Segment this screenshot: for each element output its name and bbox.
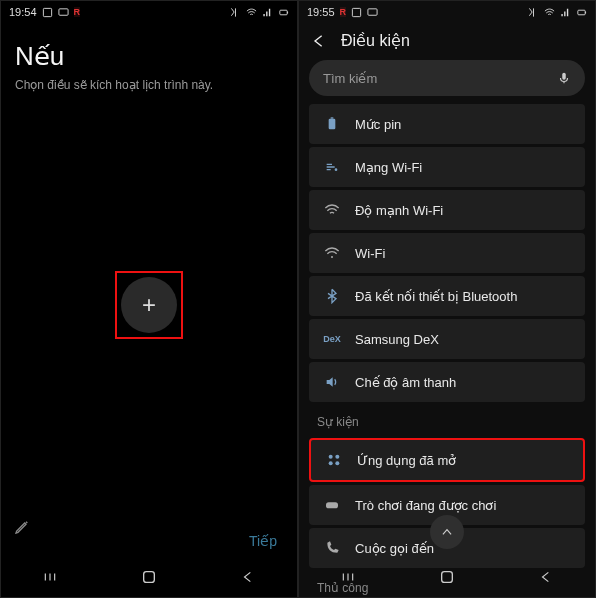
item-wifi-strength[interactable]: Độ mạnh Wi-Fi (309, 190, 585, 230)
apps-icon (325, 451, 343, 469)
scroll-top-button[interactable] (430, 515, 464, 549)
item-label: Cuộc gọi đến (355, 541, 434, 556)
phone-right: 19:55 R Điều kiện Tìm kiếm Mức pin Mạng … (298, 0, 596, 598)
image-icon (351, 7, 362, 18)
bluetooth-icon (323, 287, 341, 305)
pencil-icon (14, 519, 30, 535)
section-events: Sự kiện (309, 405, 585, 435)
wifi-icon (246, 7, 257, 18)
item-label: Mạng Wi-Fi (355, 160, 422, 175)
svg-point-14 (329, 455, 333, 459)
svg-rect-11 (331, 117, 334, 118)
status-bar: 19:54 R (1, 1, 297, 23)
item-wifi-network[interactable]: Mạng Wi-Fi (309, 147, 585, 187)
search-input[interactable]: Tìm kiếm (309, 60, 585, 96)
item-label: Đã kết nối thiết bị Bluetooth (355, 289, 517, 304)
svg-rect-9 (562, 73, 566, 80)
svg-rect-19 (442, 572, 453, 583)
item-label: Samsung DeX (355, 332, 439, 347)
search-placeholder: Tìm kiếm (323, 71, 377, 86)
gamepad-icon (323, 496, 341, 514)
battery-icon (278, 7, 289, 18)
svg-rect-6 (368, 8, 377, 14)
item-label: Độ mạnh Wi-Fi (355, 203, 443, 218)
svg-rect-3 (287, 11, 288, 13)
item-wifi[interactable]: Wi-Fi (309, 233, 585, 273)
item-label: Mức pin (355, 117, 401, 132)
mic-icon[interactable] (557, 71, 571, 85)
item-bluetooth[interactable]: Đã kết nối thiết bị Bluetooth (309, 276, 585, 316)
item-label: Chế độ âm thanh (355, 375, 456, 390)
nav-home[interactable] (437, 567, 457, 587)
svg-rect-18 (326, 502, 338, 508)
image-icon (42, 7, 53, 18)
nav-home[interactable] (139, 567, 159, 587)
phone-left: 19:54 R Nếu Chọn điều sẽ kích hoạt lịch … (0, 0, 298, 598)
rec-icon: R (340, 7, 347, 17)
volume-icon (323, 373, 341, 391)
item-dex[interactable]: DeX Samsung DeX (309, 319, 585, 359)
signal-icon (560, 7, 571, 18)
topbar-title: Điều kiện (341, 31, 410, 50)
phone-icon (323, 539, 341, 557)
item-label: Ứng dụng đã mở (357, 453, 456, 468)
page-subtitle: Chọn điều sẽ kích hoạt lịch trình này. (1, 78, 297, 92)
topbar: Điều kiện (299, 23, 595, 56)
item-app-opened[interactable]: Ứng dụng đã mở (309, 438, 585, 482)
svg-point-17 (335, 461, 339, 465)
nav-recents[interactable] (40, 567, 60, 587)
item-label: Wi-Fi (355, 246, 385, 261)
volte-icon (528, 7, 539, 18)
item-label: Trò chơi đang được chơi (355, 498, 496, 513)
svg-point-12 (335, 168, 338, 171)
wifi-icon (544, 7, 555, 18)
svg-point-16 (329, 461, 333, 465)
page-title: Nếu (1, 23, 297, 78)
item-battery[interactable]: Mức pin (309, 104, 585, 144)
svg-rect-7 (578, 10, 585, 15)
svg-rect-8 (585, 11, 586, 13)
chevron-left-icon (311, 33, 327, 49)
svg-rect-10 (329, 119, 336, 130)
wifi-strength-icon (323, 201, 341, 219)
svg-point-15 (335, 455, 339, 459)
item-sound-mode[interactable]: Chế độ âm thanh (309, 362, 585, 402)
signal-icon (262, 7, 273, 18)
plus-icon: + (142, 291, 156, 319)
volte-icon (230, 7, 241, 18)
rec-icon: R (74, 7, 81, 17)
edit-button[interactable] (7, 512, 37, 542)
svg-rect-0 (43, 8, 51, 16)
status-bar: 19:55 R (299, 1, 595, 23)
chevron-up-icon (440, 525, 454, 539)
cast-icon (58, 7, 69, 18)
back-button[interactable] (311, 33, 327, 49)
cast-icon (367, 7, 378, 18)
battery-icon (323, 115, 341, 133)
next-button[interactable]: Tiếp (249, 533, 277, 549)
svg-rect-1 (58, 8, 67, 14)
svg-rect-2 (280, 10, 287, 15)
wifi-icon (323, 244, 341, 262)
status-time: 19:54 (9, 6, 37, 18)
svg-rect-5 (352, 8, 360, 16)
svg-rect-4 (144, 572, 155, 583)
nav-bar (1, 557, 297, 597)
dex-icon: DeX (323, 330, 341, 348)
nav-back[interactable] (238, 567, 258, 587)
add-condition-button[interactable]: + (121, 277, 177, 333)
svg-point-13 (331, 256, 333, 258)
network-icon (323, 158, 341, 176)
battery-icon (576, 7, 587, 18)
status-time: 19:55 (307, 6, 335, 18)
nav-bar (299, 557, 595, 597)
nav-recents[interactable] (338, 567, 358, 587)
nav-back[interactable] (536, 567, 556, 587)
add-condition-highlight: + (115, 271, 183, 339)
